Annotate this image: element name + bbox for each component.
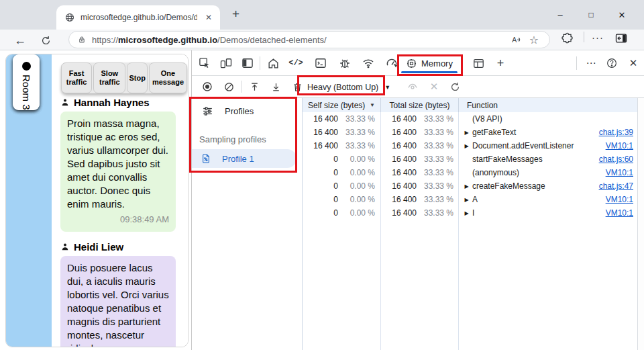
total-size-percent: 33.33 % [423,155,453,164]
sidebar-toggle-icon [614,32,628,45]
clear-profiles-button[interactable] [221,79,236,94]
source-link[interactable]: chat.js:39 [599,128,633,137]
restore-nodes-button[interactable] [447,79,462,94]
save-profile-button[interactable] [268,79,283,94]
device-emulation-button[interactable] [219,56,233,71]
function-name: createFakeMessage [472,181,545,191]
profile-view-dropdown[interactable]: Heavy (Bottom Up) ▼ [301,79,396,95]
self-size-percent: 33.33 % [344,141,375,150]
extensions-button[interactable] [561,32,574,44]
traffic-button[interactable]: One message [149,62,187,93]
profiles-header[interactable]: Profiles [201,105,254,118]
traffic-button[interactable]: Stop [127,62,147,93]
table-row[interactable]: 16 400 33.33 % 16 400 33.33 % ▶ getFakeT… [303,126,637,139]
expand-arrow-icon[interactable]: ▶ [462,183,471,189]
source-link[interactable]: VM10:1 [606,195,633,204]
total-size-value: 16 400 [392,195,417,204]
devtools-tab-bar: </> [192,50,644,76]
favorite-star-button[interactable]: ☆ [525,34,543,46]
sidebar-toggle-button[interactable] [614,32,628,45]
activity-bar-position-button[interactable] [240,56,255,71]
traffic-button[interactable]: Fast traffic [61,62,92,93]
table-row[interactable]: 0 0.00 % 16 400 33.33 % ▶ (anonymous) [303,166,637,179]
expand-arrow-icon[interactable]: ▶ [462,210,471,216]
self-size-percent: 0.00 % [344,181,375,191]
table-row[interactable]: 0 0.00 % 16 400 33.33 % ▶ startFakeMessa… [303,152,637,166]
room-dot-icon [22,62,31,71]
devtools-close-button[interactable]: ✕ [626,56,641,71]
new-tab-button[interactable]: + [228,7,244,21]
self-size-percent: 0.00 % [344,195,375,204]
person-icon [60,97,70,107]
rooms-strip: Room 1 Room 2 Room 3 [6,54,52,347]
maximize-button[interactable]: □ [576,10,606,19]
tune-sliders-icon [201,105,214,118]
total-size-percent: 33.33 % [423,114,453,124]
traffic-button[interactable]: Slow traffic [93,62,125,93]
person-icon [60,242,70,252]
inspect-button[interactable] [197,56,212,71]
toolbar-divider [576,56,577,70]
load-profile-button[interactable] [247,79,262,94]
read-aloud-icon: A [511,34,523,46]
expand-arrow-icon[interactable]: ▶ [462,197,471,203]
column-header-self-size[interactable]: Self size (bytes) ▼ [303,98,381,112]
self-size-value: 16 400 [313,114,338,124]
source-link[interactable]: chat.js:47 [599,181,633,191]
total-size-percent: 33.33 % [423,181,453,191]
tab-close-icon[interactable]: ✕ [203,11,215,24]
tab-application-icon[interactable] [471,56,486,71]
tab-performance-gauge-icon[interactable] [384,56,399,71]
exclude-function-button[interactable]: ✕ [427,79,441,94]
address-bar[interactable]: https://microsoftedge.github.io/Demos/de… [68,31,550,48]
sampling-profiles-label: Sampling profiles [199,134,266,144]
total-size-value: 16 400 [392,141,417,150]
devtools-help-button[interactable] [604,56,619,71]
more-tabs-button[interactable]: + [493,56,508,71]
browser-menu-button[interactable]: ··· [586,32,609,43]
expand-arrow-icon[interactable]: ▶ [462,130,471,136]
table-rows: 16 400 33.33 % 16 400 33.33 % ▶ (V8 API) [303,112,637,220]
column-header-function[interactable]: Function [459,98,637,112]
table-row[interactable]: 0 0.00 % 16 400 33.33 % ▶ createFakeMess… [303,179,637,193]
back-button[interactable]: ← [11,32,29,49]
refresh-button[interactable] [37,32,54,49]
table-row[interactable]: 0 0.00 % 16 400 33.33 % ▶ A [303,193,637,206]
read-aloud-button[interactable]: A [508,34,525,46]
window-close-button[interactable]: ✕ [606,10,637,20]
message-bubble: Proin massa magna, tristique ac eros sed… [60,112,176,232]
total-size-percent: 33.33 % [423,208,453,218]
column-header-total-size[interactable]: Total size (bytes) [381,98,459,112]
tab-memory[interactable]: Memory [400,53,459,74]
total-size-value: 16 400 [392,208,417,218]
table-row[interactable]: 16 400 33.33 % 16 400 33.33 % ▶ Document… [303,139,637,152]
source-link[interactable]: VM10:1 [606,141,633,150]
chat-app: Room 1 Room 2 Room 3 [5,54,189,347]
table-row[interactable]: 16 400 33.33 % 16 400 33.33 % ▶ (V8 API) [303,112,637,126]
devtools-more-button[interactable]: ⋯ [584,56,598,71]
self-size-percent: 0.00 % [344,168,375,177]
source-link[interactable]: VM10:1 [606,208,633,218]
record-heap-button[interactable] [200,79,215,94]
message-list[interactable]: Hannah Haynes Proin massa magna, tristiq… [60,96,186,347]
profile-item-selected[interactable]: Profile 1 [192,149,297,168]
dropdown-caret-icon: ▼ [384,84,390,91]
chat-message: Hannah Haynes Proin massa magna, tristiq… [60,96,186,232]
room-tab[interactable]: Room 3 [13,54,40,110]
table-scrollbar[interactable] [637,98,644,350]
tab-network-wifi-icon[interactable] [361,56,376,71]
total-size-value: 16 400 [392,128,417,137]
tab-welcome-home-icon[interactable] [266,56,280,71]
tab-elements-code-icon[interactable]: </> [288,56,303,71]
minimize-button[interactable]: – [545,10,576,20]
table-row[interactable]: 0 0.00 % 16 400 33.33 % ▶ I [303,206,637,220]
expand-arrow-icon[interactable]: ▶ [462,143,471,149]
tab-console-icon[interactable] [313,56,328,71]
tab-sources-bug-icon[interactable] [337,56,352,71]
source-link[interactable]: VM10:1 [606,168,633,177]
source-link[interactable]: chat.js:60 [599,155,633,164]
focus-selected-button[interactable] [405,79,420,94]
browser-tab[interactable]: microsoftedge.github.io/Demos/d ✕ [56,5,220,30]
toolbar-divider [241,81,241,93]
self-size-value: 0 [333,208,338,218]
